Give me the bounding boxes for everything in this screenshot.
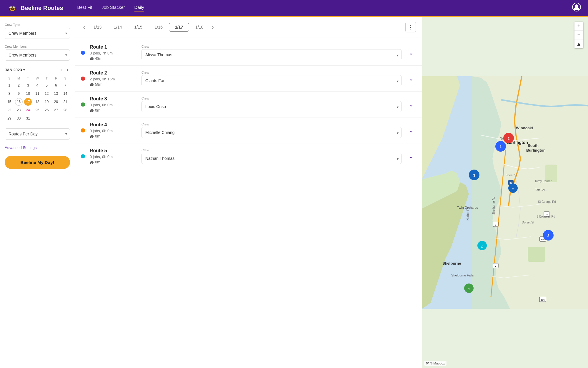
date-tab-1[interactable]: 1/14 <box>108 23 128 32</box>
dow-sat: S <box>61 75 70 81</box>
crew-members-group: Crew Members Crew Members ▾ <box>5 45 70 61</box>
date-tab-5[interactable]: 1/18 <box>189 23 209 32</box>
cal-day-2[interactable]: 2 <box>15 82 23 89</box>
date-nav-next-button[interactable]: › <box>210 23 216 32</box>
svg-text:Shelburne Rd: Shelburne Rd <box>492 197 495 215</box>
advanced-settings-link[interactable]: Advanced Settings <box>5 145 70 150</box>
dow-mon: M <box>14 75 24 81</box>
cal-day-15[interactable]: 15 <box>6 98 13 106</box>
cal-day-29[interactable]: 29 <box>6 115 13 122</box>
cal-day-1[interactable]: 1 <box>6 82 13 89</box>
cal-day-20[interactable]: 20 <box>52 98 60 106</box>
cal-day-30[interactable]: 30 <box>15 115 23 122</box>
cal-day-25[interactable]: 25 <box>34 106 41 114</box>
mapbox-logo-icon: 🗺 <box>426 362 429 365</box>
route-2-crew-select[interactable]: Giants Fan <box>141 75 402 86</box>
cal-day-21[interactable]: 21 <box>61 98 69 106</box>
user-icon[interactable] <box>572 3 581 14</box>
bee-icon <box>7 3 18 14</box>
date-tab-4[interactable]: 1/17 <box>169 23 189 32</box>
cal-day-9[interactable]: 9 <box>15 90 23 97</box>
svg-point-12 <box>90 59 91 60</box>
map-zoom-in-button[interactable]: + <box>574 22 583 31</box>
cal-day-23[interactable]: 23 <box>15 106 23 114</box>
route-4-expand-button[interactable]: ⌄ <box>406 126 416 135</box>
cal-day-12[interactable]: 12 <box>43 90 51 97</box>
cal-day-empty-2 <box>43 115 51 122</box>
route-5-crew-wrapper: Crew Nathan Thomas ▾ <box>141 148 402 164</box>
route-4-crew-select[interactable]: Michelle Chiang <box>141 127 402 138</box>
route-5-drive: 0m <box>90 160 137 164</box>
cal-day-31[interactable]: 31 <box>24 115 32 122</box>
route-2-expand-button[interactable]: ⌄ <box>406 74 416 83</box>
svg-rect-23 <box>91 135 93 136</box>
car-icon <box>90 134 94 138</box>
svg-text:Dorset St: Dorset St <box>522 221 534 224</box>
cal-day-5[interactable]: 5 <box>43 82 51 89</box>
cal-day-19[interactable]: 19 <box>43 98 51 106</box>
date-nav-prev-button[interactable]: ‹ <box>81 23 87 32</box>
route-5-expand-button[interactable]: ⌄ <box>406 152 416 161</box>
main-layout: Crew Type Crew Members ▾ Crew Members Cr… <box>0 17 588 368</box>
cal-day-8[interactable]: 8 <box>6 90 13 97</box>
crew-type-label: Crew Type <box>5 23 70 26</box>
cal-day-3[interactable]: 3 <box>24 82 32 89</box>
date-tab-3[interactable]: 1/16 <box>149 23 169 32</box>
route-3-crew-select[interactable]: Louis Criso <box>141 101 402 112</box>
dow-tue: T <box>23 75 33 81</box>
cal-day-18[interactable]: 18 <box>34 98 41 106</box>
route-1-crew-select[interactable]: Alissa Thomas <box>141 49 402 60</box>
crew-type-select[interactable]: Crew Members <box>5 28 70 39</box>
route-2-info: Route 2 2 jobs, 3h 15m 58m <box>90 70 137 87</box>
nav-daily[interactable]: Daily <box>134 5 144 11</box>
calendar-week-2: 8 9 10 11 12 13 14 <box>5 89 70 98</box>
route-1-expand-button[interactable]: ⌄ <box>406 48 416 57</box>
cal-day-26[interactable]: 26 <box>43 106 51 114</box>
svg-rect-31 <box>528 247 545 262</box>
nav-job-stacker[interactable]: Job Stacker <box>101 5 125 11</box>
svg-text:3: 3 <box>473 173 475 178</box>
svg-rect-15 <box>91 83 93 84</box>
calendar-prev-button[interactable]: ‹ <box>59 67 64 73</box>
crew-members-select[interactable]: Crew Members <box>5 49 70 61</box>
logo-area: Beeline Routes <box>7 3 63 14</box>
svg-point-7 <box>13 8 14 9</box>
cal-day-7[interactable]: 7 <box>61 82 69 89</box>
cal-day-empty-3 <box>52 115 60 122</box>
route-4-crew-wrapper: Crew Michelle Chiang ▾ <box>141 122 402 138</box>
svg-text:116: 116 <box>541 299 545 301</box>
date-tab-2[interactable]: 1/15 <box>128 23 149 32</box>
header: Beeline Routes Best Fit Job Stacker Dail… <box>0 0 588 17</box>
svg-text:Burlington: Burlington <box>526 148 546 152</box>
svg-text:2A: 2A <box>545 213 548 216</box>
cal-day-4[interactable]: 4 <box>34 82 41 89</box>
routes-per-day-select[interactable]: Routes Per Day <box>5 128 70 140</box>
cal-day-27[interactable]: 27 <box>52 106 60 114</box>
svg-text:Shelburne: Shelburne <box>442 261 461 266</box>
cal-day-24[interactable]: 24 <box>24 106 32 114</box>
cal-day-11[interactable]: 11 <box>34 90 41 97</box>
nav-best-fit[interactable]: Best Fit <box>77 5 92 11</box>
cal-day-22[interactable]: 22 <box>6 106 13 114</box>
cal-day-10[interactable]: 10 <box>24 90 32 97</box>
cal-day-13[interactable]: 13 <box>52 90 60 97</box>
calendar-month-button[interactable]: JAN 2023 ▾ <box>5 68 25 72</box>
date-tab-0[interactable]: 1/13 <box>87 23 108 32</box>
route-5-crew-select[interactable]: Nathan Thomas <box>141 153 402 164</box>
route-3-expand-button[interactable]: ⌄ <box>406 100 416 109</box>
route-item-5: Route 5 0 jobs, 0h 0m 0m Crew Nathan Tho… <box>75 143 422 169</box>
calendar-next-button[interactable]: › <box>65 67 70 73</box>
map-compass-button[interactable]: ▲ <box>574 39 583 48</box>
beeline-button[interactable]: Beeline My Day! <box>5 156 70 169</box>
cal-day-16[interactable]: 16 <box>15 98 23 106</box>
route-1-drive: 48m <box>90 56 137 61</box>
route-3-stats: 0 jobs, 0h 0m <box>90 103 137 107</box>
more-options-button[interactable]: ⋮ <box>405 22 416 32</box>
map-controls: + − ▲ <box>574 22 583 48</box>
map-zoom-out-button[interactable]: − <box>574 31 583 39</box>
route-5-crew-label: Crew <box>141 148 402 152</box>
cal-day-14[interactable]: 14 <box>61 90 69 97</box>
cal-day-6[interactable]: 6 <box>52 82 60 89</box>
cal-day-28[interactable]: 28 <box>61 106 69 114</box>
cal-day-17[interactable]: 17 <box>24 98 32 106</box>
